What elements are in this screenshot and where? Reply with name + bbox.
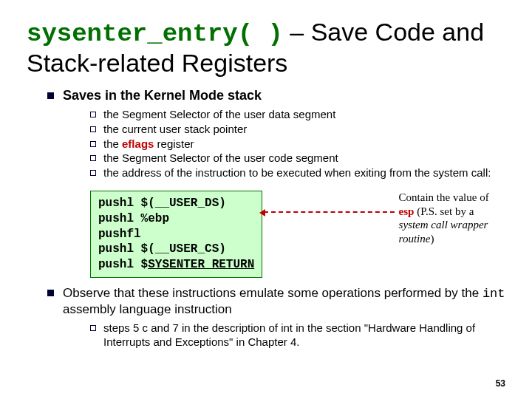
sub-item-4: the address of the instruction to be exe…: [90, 166, 505, 180]
bullet-observe-text: Observe that these instructions emulate …: [63, 285, 505, 318]
sub-item-1-text: the current user stack pointer: [103, 123, 505, 137]
bullet-observe: Observe that these instructions emulate …: [47, 285, 505, 318]
note-esp: esp: [399, 205, 415, 217]
bullet-open-square-icon: [90, 155, 96, 161]
code-line-5b: SYSENTER_RETURN: [148, 258, 254, 271]
slide: sysenter_entry( ) – Save Code and Stack-…: [0, 0, 532, 399]
code-line-3: pushfl: [98, 228, 141, 241]
bullet-square-icon: [47, 92, 54, 99]
sub-item-1: the current user stack pointer: [90, 123, 505, 137]
note-t1: Contain the value of: [399, 191, 489, 203]
annotation-note: Contain the value of esp (P.S. set by a …: [399, 191, 505, 246]
bullet-saves-text: Saves in the Kernel Mode stack: [63, 88, 505, 103]
observe-b: assembly language instruction: [63, 302, 232, 316]
sub-item-0-text: the Segment Selector of the user data se…: [103, 108, 505, 122]
slide-title: sysenter_entry( ) – Save Code and Stack-…: [27, 18, 505, 78]
bullet-open-square-icon: [90, 325, 96, 331]
code-and-note-row: pushl $(__USER_DS) pushl %ebp pushfl pus…: [90, 191, 505, 278]
observe-sub-text: steps 5 c and 7 in the description of in…: [103, 321, 505, 349]
observe-a: Observe that these instructions emulate …: [63, 286, 482, 300]
page-number: 53: [496, 378, 505, 389]
bullet-saves: Saves in the Kernel Mode stack: [47, 88, 505, 103]
sub-item-2-text: the eflags register: [103, 137, 505, 151]
sub-item-3-text: the Segment Selector of the user code se…: [103, 151, 505, 166]
observe-sub-int: int: [281, 321, 293, 334]
observe-sub: steps 5 c and 7 in the description of in…: [90, 321, 505, 349]
bullet-square-icon: [47, 290, 54, 296]
sub-item-3: the Segment Selector of the user code se…: [90, 151, 505, 166]
observe-int: int: [482, 287, 505, 301]
bullet-open-square-icon: [90, 141, 96, 147]
sub-item-0: the Segment Selector of the user data se…: [90, 108, 505, 122]
bullet-open-square-icon: [90, 112, 96, 117]
eflags-word: eflags: [122, 137, 154, 150]
note-t2: (P.S. set by a: [414, 205, 474, 217]
code-block: pushl $(__USER_DS) pushl %ebp pushfl pus…: [90, 191, 262, 278]
code-line-2: pushl %ebp: [98, 212, 169, 225]
code-line-1: pushl $(__USER_DS): [98, 197, 226, 210]
observe-sub-a: steps 5 c and 7 in the description of: [103, 321, 281, 334]
title-sep: –: [283, 18, 311, 46]
note-ital: system call wrapper routine: [399, 219, 488, 245]
bullet-open-square-icon: [90, 126, 96, 132]
title-mono: sysenter_entry( ): [27, 20, 283, 48]
sub-item-4-text: the address of the instruction to be exe…: [103, 166, 505, 180]
eflags-pre: the: [103, 137, 122, 150]
code-line-5a: pushl $: [98, 258, 148, 271]
bullet-open-square-icon: [90, 170, 96, 176]
code-line-4: pushl $(__USER_CS): [98, 242, 226, 256]
sub-item-2: the eflags register: [90, 137, 505, 151]
arrow-icon: [264, 211, 394, 213]
note-t3: ): [430, 233, 434, 245]
eflags-post: register: [154, 137, 194, 150]
